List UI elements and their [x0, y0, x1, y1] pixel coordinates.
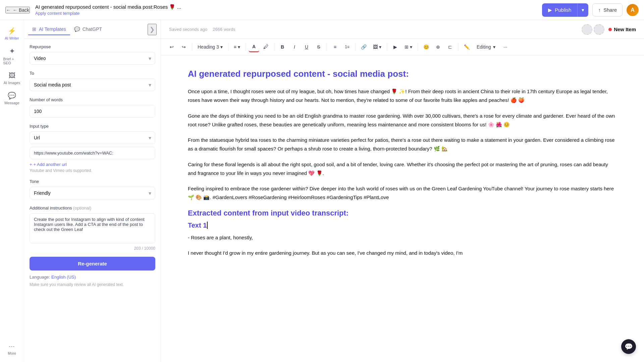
- to-label: To: [30, 71, 155, 76]
- editing-label: Editing: [477, 44, 491, 50]
- regenerate-button[interactable]: Re-generate: [30, 257, 155, 270]
- sidebar-item-message[interactable]: 💬 Message: [1, 89, 23, 108]
- tone-select[interactable]: Friendly Professional Casual Formal: [30, 187, 155, 199]
- editing-dropdown[interactable]: Editing ▾: [473, 43, 499, 51]
- to-field: To Social media post Blog Post Email New…: [30, 71, 155, 91]
- toolbar-divider-8: [418, 43, 418, 51]
- num-words-field: Number of words: [30, 97, 155, 118]
- panel-tabs: ⊞ AI Templates 💬 ChatGPT ❯: [24, 20, 161, 39]
- editor-content[interactable]: AI generated repurposed content - social…: [161, 55, 644, 362]
- collaborator-avatar-2: [594, 24, 604, 35]
- undo-button[interactable]: ↩: [166, 42, 177, 52]
- new-item-area: New Item: [582, 24, 636, 35]
- brief-icon: ✦: [9, 47, 15, 56]
- additional-instructions-textarea[interactable]: Create the post for Instagram to align w…: [30, 213, 155, 243]
- image-icon: 🖼: [373, 44, 378, 50]
- redo-button[interactable]: ↪: [178, 42, 189, 52]
- url-input[interactable]: [30, 147, 155, 159]
- sidebar-item-ai-images[interactable]: 🖼 AI Images: [1, 69, 23, 87]
- bullet-list-button[interactable]: ≡: [330, 42, 340, 52]
- tab-chatgpt[interactable]: 💬 ChatGPT: [70, 24, 106, 35]
- collaborator-avatar-1: [582, 24, 592, 35]
- tab-chatgpt-label: ChatGPT: [83, 26, 102, 32]
- italic-button[interactable]: I: [289, 42, 300, 52]
- numbered-list-button[interactable]: 1≡: [342, 42, 353, 52]
- language-label: Language:: [30, 275, 50, 280]
- language-note: Language: English (US): [30, 275, 155, 280]
- editor-panel: Saved seconds ago 2666 words New Item ↩ …: [161, 20, 644, 362]
- editor-toolbar: ↩ ↪ Heading 3 ▾ ≡ ▾ A 🖊 B I U S ≡ 1≡: [161, 39, 644, 55]
- publish-play-icon: ▶: [548, 7, 552, 13]
- input-type-label: Input type: [30, 124, 155, 129]
- format-button[interactable]: ⊏: [445, 42, 455, 52]
- strikethrough-button[interactable]: S: [313, 42, 324, 52]
- publish-label: Publish: [555, 7, 571, 13]
- language-value[interactable]: English (US): [51, 275, 76, 280]
- to-select[interactable]: Social media post Blog Post Email Newsle…: [30, 78, 155, 91]
- text-color-button[interactable]: A: [249, 42, 259, 52]
- align-icon: ≡: [234, 44, 236, 50]
- repurpose-field: Repurpose Video Blog Post Podcast Articl…: [30, 44, 155, 65]
- optional-label: (optional): [73, 205, 91, 210]
- ai-templates-grid-icon: ⊞: [32, 26, 36, 32]
- link-button[interactable]: 🔗: [358, 42, 369, 52]
- sidebar-label-ai-images: AI Images: [4, 81, 20, 85]
- play-button[interactable]: ▶: [390, 42, 400, 52]
- new-item-container: New Item: [608, 26, 636, 32]
- repurpose-select[interactable]: Video Blog Post Podcast Article: [30, 52, 155, 65]
- add-another-url-link[interactable]: + + Add another url: [30, 162, 155, 167]
- sidebar-item-more[interactable]: ··· More: [1, 340, 23, 358]
- sidebar-item-ai-writer[interactable]: ⚡ AI Writer: [1, 24, 23, 43]
- chevron-down-icon: ▾: [220, 44, 223, 50]
- sidebar-item-brief-seo[interactable]: ✦ Brief + SEO: [1, 44, 23, 68]
- image-dropdown[interactable]: 🖼 ▾: [370, 43, 384, 51]
- chatgpt-icon: 💬: [74, 26, 80, 32]
- emoji-button[interactable]: 😊: [421, 42, 431, 52]
- bold-button[interactable]: B: [277, 42, 288, 52]
- sidebar-label-ai-writer: AI Writer: [5, 36, 19, 40]
- left-panel: ⊞ AI Templates 💬 ChatGPT ❯ Repurpose Vid…: [24, 20, 161, 362]
- avatar[interactable]: A: [627, 4, 639, 16]
- chat-bubble-button[interactable]: 💬: [621, 339, 636, 354]
- collapse-panel-button[interactable]: ❯: [148, 24, 157, 35]
- publish-dropdown-arrow[interactable]: ▾: [578, 4, 588, 16]
- new-item-button[interactable]: New Item: [614, 26, 636, 32]
- publish-button[interactable]: ▶ Publish ▾: [542, 3, 588, 17]
- url-hint: Youtube and Vimeo urls supported.: [30, 168, 155, 173]
- additional-label: Additional instructions (optional): [30, 205, 155, 210]
- publish-main[interactable]: ▶ Publish: [542, 4, 577, 16]
- num-words-input[interactable]: [30, 105, 155, 118]
- more-toolbar-button[interactable]: ···: [500, 42, 511, 52]
- underline-button[interactable]: U: [301, 42, 312, 52]
- table-dropdown[interactable]: ⊞ ▾: [402, 43, 415, 51]
- more-dots-icon: ···: [9, 343, 15, 350]
- back-button[interactable]: ← ← Back: [5, 7, 30, 13]
- apply-template-link[interactable]: Apply content template: [35, 11, 542, 16]
- sidebar-label-brief-seo: Brief + SEO: [3, 57, 21, 65]
- repurpose-label: Repurpose: [30, 44, 155, 49]
- share-label: Share: [603, 7, 617, 13]
- text-cursor: [207, 222, 208, 229]
- word-count: 2666 words: [213, 27, 235, 32]
- input-type-select[interactable]: Url Text File: [30, 131, 155, 144]
- doc-title: AI generated repurposed content - social…: [35, 4, 542, 10]
- chevron-down-icon: ▾: [493, 44, 495, 50]
- align-dropdown[interactable]: ≡ ▾: [231, 43, 243, 51]
- chevron-down-icon: ▾: [238, 44, 240, 50]
- input-type-select-wrapper: Url Text File ▾: [30, 131, 155, 144]
- back-label: ← Back: [13, 7, 29, 13]
- extra-button[interactable]: ⊕: [433, 42, 443, 52]
- text1-para2: I never thought I'd grow in my entire ga…: [188, 249, 617, 257]
- highlight-button[interactable]: 🖊: [261, 42, 271, 52]
- edit-icon-button[interactable]: ✏️: [461, 42, 472, 52]
- tab-ai-templates[interactable]: ⊞ AI Templates: [28, 24, 70, 35]
- table-icon: ⊞: [405, 44, 409, 50]
- toolbar-divider-7: [387, 43, 387, 51]
- chat-icon: 💬: [625, 343, 633, 351]
- share-icon: ↑: [598, 7, 601, 13]
- toolbar-divider-1: [192, 43, 192, 51]
- back-arrow-icon: ←: [6, 7, 11, 13]
- share-button[interactable]: ↑ Share: [592, 3, 623, 16]
- heading-dropdown[interactable]: Heading 3 ▾: [195, 43, 225, 51]
- paragraph-2: Gone are the days of thinking you need t…: [188, 112, 617, 129]
